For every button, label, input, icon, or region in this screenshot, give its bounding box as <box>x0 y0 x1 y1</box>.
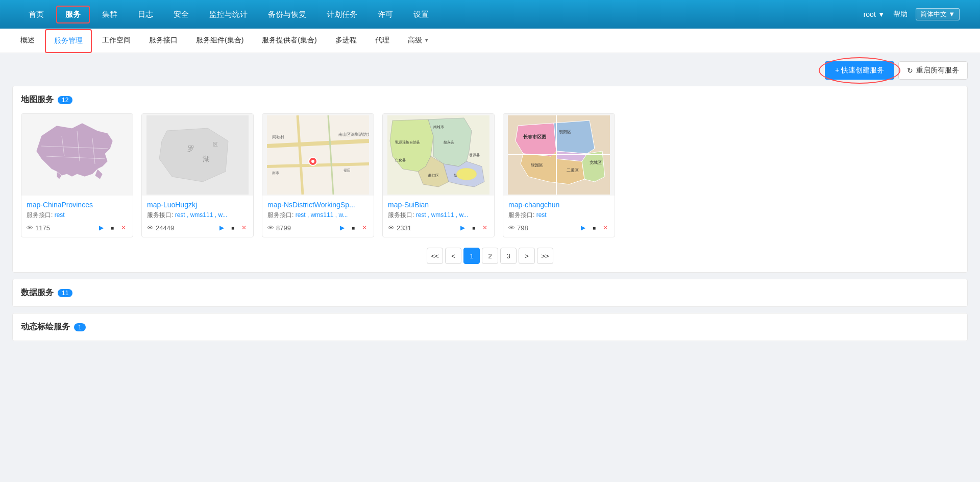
pagination-page-3[interactable]: 3 <box>500 248 517 264</box>
card-info-2: map-LuoHugzkj 服务接口: rest , wms111 , w...… <box>142 196 253 237</box>
dynamic-services-header: 动态标绘服务 1 <box>21 322 959 332</box>
delete-button-4[interactable]: ✕ <box>481 224 489 232</box>
play-button-2[interactable]: ▶ <box>217 224 226 232</box>
nav-monitor[interactable]: 监控与统计 <box>201 7 256 22</box>
svg-text:绿园区: 绿园区 <box>531 163 543 167</box>
sub-nav-service-api[interactable]: 服务接口 <box>141 29 186 53</box>
stop-button-3[interactable]: ■ <box>349 224 357 232</box>
sub-nav-service-mgmt[interactable]: 服务管理 <box>45 29 92 53</box>
district-map-svg: 乳源瑶族自治县 南雄市 仁化县 始兴县 翁源县 曲江区 新丰县 <box>387 115 489 195</box>
service-card-luohugzkj[interactable]: 罗 湖 区 map-LuoHugzkj 服务接口: rest , wms111 … <box>141 113 254 237</box>
card-views-4: 👁 2331 <box>388 224 411 232</box>
pagination-first[interactable]: << <box>427 248 443 264</box>
stop-button-2[interactable]: ■ <box>229 224 237 232</box>
play-button-1[interactable]: ▶ <box>97 224 105 232</box>
card-info-3: map-NsDistrictWorkingSp... 服务接口: rest , … <box>262 196 374 237</box>
card-name-4: map-SuiBian <box>388 201 489 209</box>
sub-nav-multi-process[interactable]: 多进程 <box>327 29 365 53</box>
card-footer-3: 👁 8799 ▶ ■ ✕ <box>267 224 369 232</box>
delete-button-1[interactable]: ✕ <box>119 224 128 232</box>
pagination-page-1[interactable]: 1 <box>463 248 480 264</box>
card-views-1: 👁 1175 <box>27 224 50 232</box>
pagination-next[interactable]: > <box>519 248 535 264</box>
card-api-link-5[interactable]: rest <box>536 211 547 219</box>
data-services-section: 数据服务 11 <box>12 279 968 307</box>
dynamic-services-title: 动态标绘服务 <box>21 322 70 332</box>
delete-button-5[interactable]: ✕ <box>601 224 609 232</box>
card-footer-4: 👁 2331 ▶ ■ ✕ <box>388 224 489 232</box>
play-button-3[interactable]: ▶ <box>338 224 346 232</box>
pagination-prev[interactable]: < <box>445 248 461 264</box>
sub-nav-workspace[interactable]: 工作空间 <box>94 29 139 53</box>
pagination-page-2[interactable]: 2 <box>482 248 498 264</box>
svg-text:南雄市: 南雄市 <box>433 125 444 129</box>
language-selector[interactable]: 简体中文 ▼ <box>916 8 960 20</box>
stop-button-1[interactable]: ■ <box>108 224 116 232</box>
dynamic-services-section: 动态标绘服务 1 <box>12 313 968 341</box>
delete-button-3[interactable]: ✕ <box>360 224 369 232</box>
nav-task[interactable]: 计划任务 <box>318 7 365 22</box>
card-info-4: map-SuiBian 服务接口: rest , wms111 , w... 👁… <box>383 196 494 237</box>
card-thumbnail-5: 长春市区图 朝阳区 绿园区 二道区 宽城区 <box>503 114 615 196</box>
delete-button-2[interactable]: ✕ <box>240 224 248 232</box>
card-thumbnail-1 <box>21 114 133 196</box>
card-name-3: map-NsDistrictWorkingSp... <box>267 201 369 209</box>
sub-nav-overview[interactable]: 概述 <box>12 29 43 53</box>
card-thumbnail-2: 罗 湖 区 <box>142 114 253 196</box>
sub-nav-proxy[interactable]: 代理 <box>367 29 398 53</box>
restart-all-button[interactable]: ↻ 重启所有服务 <box>898 61 968 80</box>
nav-cluster[interactable]: 集群 <box>94 7 126 22</box>
stop-button-5[interactable]: ■ <box>590 224 598 232</box>
nav-license[interactable]: 许可 <box>370 7 401 22</box>
card-api-4: 服务接口: rest , wms111 , w... <box>388 211 489 220</box>
data-services-title: 数据服务 <box>21 287 54 298</box>
help-link[interactable]: 帮助 <box>893 10 908 19</box>
nav-log[interactable]: 日志 <box>130 7 161 22</box>
play-button-5[interactable]: ▶ <box>579 224 587 232</box>
nav-settings[interactable]: 设置 <box>405 7 437 22</box>
card-api-5: 服务接口: rest <box>508 211 609 220</box>
city-map-svg: 长春市区图 朝阳区 绿园区 二道区 宽城区 <box>508 115 610 195</box>
nav-backup[interactable]: 备份与恢复 <box>260 7 314 22</box>
nav-home[interactable]: 首页 <box>20 7 52 22</box>
map-services-title: 地图服务 <box>21 94 54 105</box>
svg-text:间歇村: 间歇村 <box>272 135 284 139</box>
region-map-svg: 罗 湖 区 <box>146 115 249 195</box>
card-thumbnail-3: 间歇村 南山区深圳消防大队 南市 福田 <box>262 114 374 196</box>
card-info-5: map-changchun 服务接口: rest 👁 798 ▶ ■ <box>503 196 615 237</box>
sub-navigation: 概述 服务管理 工作空间 服务接口 服务组件(集合) 服务提供者(集合) 多进程… <box>0 29 980 53</box>
create-service-button[interactable]: + 快速创建服务 <box>825 61 894 80</box>
china-map-svg <box>26 115 128 195</box>
service-card-china-provinces[interactable]: map-ChinaProvinces 服务接口: rest 👁 1175 ▶ ■ <box>21 113 133 237</box>
card-views-3: 👁 8799 <box>267 224 291 232</box>
header-right: root ▼ 帮助 简体中文 ▼ <box>864 8 960 20</box>
card-actions-5: ▶ ■ ✕ <box>579 224 609 232</box>
svg-rect-9 <box>267 115 369 195</box>
service-card-suibian[interactable]: 乳源瑶族自治县 南雄市 仁化县 始兴县 翁源县 曲江区 新丰县 map-SuiB… <box>382 113 495 237</box>
data-services-header: 数据服务 11 <box>21 287 959 298</box>
stop-button-4[interactable]: ■ <box>470 224 478 232</box>
service-card-changchun[interactable]: 长春市区图 朝阳区 绿园区 二道区 宽城区 map-changchun 服务接口… <box>503 113 615 237</box>
card-api-link-4[interactable]: rest , wms111 , w... <box>416 211 469 219</box>
play-button-4[interactable]: ▶ <box>458 224 467 232</box>
card-footer-2: 👁 24449 ▶ ■ ✕ <box>147 224 248 232</box>
svg-text:乳源瑶族自治县: 乳源瑶族自治县 <box>395 140 420 144</box>
sub-nav-advanced[interactable]: 高级 ▼ <box>400 29 437 53</box>
map-services-header: 地图服务 12 <box>21 94 959 105</box>
nav-service[interactable]: 服务 <box>56 6 90 23</box>
card-actions-3: ▶ ■ ✕ <box>338 224 369 232</box>
data-services-count: 11 <box>58 289 72 297</box>
user-menu[interactable]: root ▼ <box>864 10 885 18</box>
svg-text:仁化县: 仁化县 <box>395 158 406 162</box>
card-api-link-3[interactable]: rest , wms111 , w... <box>296 211 348 219</box>
card-api-link-1[interactable]: rest <box>55 211 65 219</box>
service-card-nsdistrict[interactable]: 间歇村 南山区深圳消防大队 南市 福田 map-NsDistrictWorkin… <box>262 113 374 237</box>
eye-icon-4: 👁 <box>388 224 395 232</box>
nav-security[interactable]: 安全 <box>165 7 197 22</box>
sub-nav-service-comp[interactable]: 服务组件(集合) <box>188 29 252 53</box>
sub-nav-service-provider[interactable]: 服务提供者(集合) <box>254 29 325 53</box>
card-api-link-2[interactable]: rest , wms111 , w... <box>175 211 228 219</box>
pagination-last[interactable]: >> <box>537 248 553 264</box>
svg-text:宽城区: 宽城区 <box>590 160 602 165</box>
eye-icon-3: 👁 <box>267 224 274 232</box>
